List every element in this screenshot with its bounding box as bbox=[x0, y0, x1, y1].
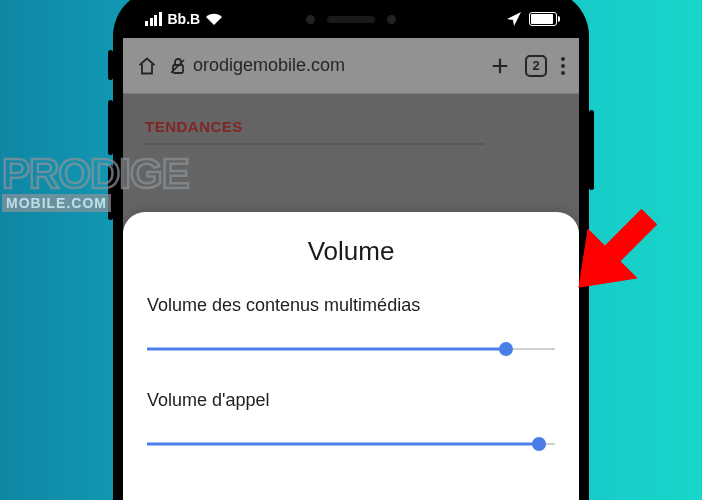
new-tab-icon[interactable] bbox=[489, 55, 511, 77]
status-bar: Bb.B bbox=[123, 0, 579, 38]
battery-icon bbox=[529, 12, 557, 26]
volume-label: Volume des contenus multimédias bbox=[147, 295, 555, 316]
screen: orodigemobile.com 2 TENDANCES Volume Vol… bbox=[123, 38, 579, 500]
phone-frame: Bb.B orodigemobile.com 2 bbox=[113, 0, 589, 500]
call-volume-slider[interactable] bbox=[147, 437, 555, 451]
volume-item-media: Volume des contenus multimédias bbox=[147, 295, 555, 356]
browser-toolbar: orodigemobile.com 2 bbox=[123, 38, 579, 94]
signal-icon bbox=[145, 12, 162, 26]
watermark: PRODIGE MOBILE.COM bbox=[2, 156, 189, 212]
volume-up-button bbox=[108, 100, 113, 155]
location-icon bbox=[507, 12, 521, 26]
tabs-button[interactable]: 2 bbox=[525, 55, 547, 77]
media-volume-slider[interactable] bbox=[147, 342, 555, 356]
address-bar[interactable]: orodigemobile.com bbox=[171, 55, 475, 76]
side-button bbox=[108, 50, 113, 80]
red-arrow-annotation bbox=[544, 192, 674, 326]
menu-icon[interactable] bbox=[561, 57, 565, 75]
url-text: orodigemobile.com bbox=[193, 55, 345, 76]
volume-label: Volume d'appel bbox=[147, 390, 555, 411]
volume-sheet: Volume Volume des contenus multimédias V… bbox=[123, 212, 579, 500]
home-icon[interactable] bbox=[137, 56, 157, 76]
section-header: TENDANCES bbox=[145, 118, 485, 145]
carrier-label: Bb.B bbox=[168, 11, 201, 27]
volume-item-call: Volume d'appel bbox=[147, 390, 555, 451]
wifi-icon bbox=[206, 13, 222, 25]
notch: Bb.B bbox=[123, 0, 579, 38]
sheet-title: Volume bbox=[147, 236, 555, 267]
power-button bbox=[589, 110, 594, 190]
page-content: TENDANCES bbox=[123, 94, 579, 169]
lock-icon bbox=[171, 58, 185, 74]
